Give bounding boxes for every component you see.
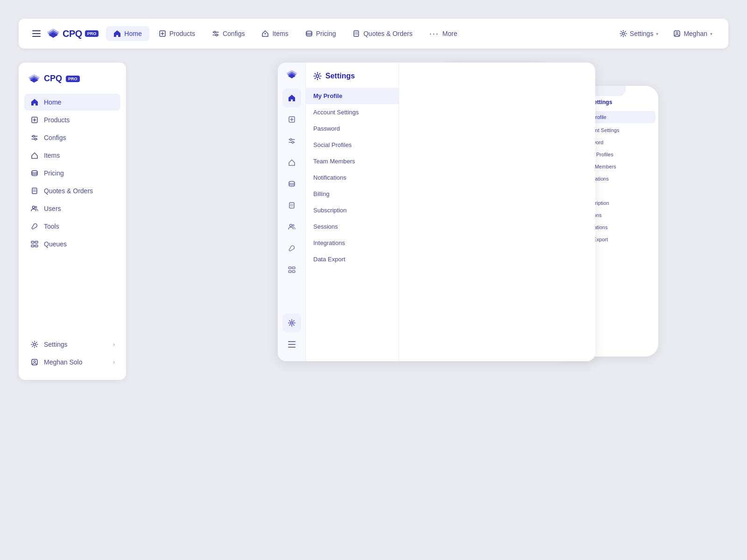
sidebar-item-queues-label: Queues	[44, 240, 67, 248]
sidebar-item-settings[interactable]: Settings ›	[24, 336, 120, 353]
svg-point-8	[265, 33, 266, 35]
tablet-settings-team[interactable]: Team Members	[306, 153, 399, 169]
sidebar-item-pricing[interactable]: Pricing	[24, 165, 120, 182]
top-nav: CPQ PRO Home Products Configs	[19, 19, 728, 49]
sidebar-item-meghan[interactable]: Meghan Solo ›	[24, 354, 120, 371]
sidebar-item-items[interactable]: Items	[24, 147, 120, 164]
tablet-icon-pricing[interactable]	[282, 175, 301, 193]
nav-item-products-label: Products	[169, 30, 195, 37]
tablet-settings-header: Settings	[306, 72, 399, 88]
tablet-icon-users[interactable]	[282, 217, 301, 236]
svg-rect-0	[32, 30, 41, 31]
nav-item-products[interactable]: Products	[151, 26, 203, 41]
tablet-settings-title: Settings	[325, 72, 355, 80]
svg-point-26	[35, 206, 37, 208]
tablet-icon-menu[interactable]	[282, 335, 301, 354]
tablet-logo-icon	[286, 70, 297, 81]
svg-point-20	[35, 138, 36, 140]
page-wrapper: CPQ PRO Home Products Configs	[0, 0, 747, 560]
svg-point-25	[33, 206, 35, 209]
svg-rect-1	[32, 33, 41, 34]
sidebar-item-configs[interactable]: Configs	[24, 129, 120, 146]
svg-rect-22	[32, 188, 37, 194]
tablet-icon-settings[interactable]	[282, 314, 301, 332]
sidebar-item-users[interactable]: Users	[24, 200, 120, 217]
nav-logo: CPQ PRO	[47, 28, 99, 39]
sidebar-item-tools[interactable]: Tools	[24, 218, 120, 235]
svg-rect-46	[292, 267, 295, 269]
logo-badge: PRO	[85, 30, 99, 37]
tablet-settings-my-profile[interactable]: My Profile	[306, 88, 399, 104]
mockups-area: Settings My Profile Account Settings Pas…	[126, 63, 728, 541]
sidebar-item-products-label: Products	[44, 116, 70, 124]
tablet-icon-quotes[interactable]	[282, 196, 301, 215]
tablet-settings-integrations[interactable]: Integrations	[306, 235, 399, 251]
svg-rect-28	[35, 241, 38, 243]
sidebar-item-quotes-label: Quotes & Orders	[44, 187, 93, 195]
nav-item-pricing[interactable]: Pricing	[298, 26, 344, 41]
svg-point-53	[316, 75, 319, 77]
nav-item-items[interactable]: Items	[254, 26, 296, 41]
svg-point-19	[33, 135, 35, 137]
nav-item-items-label: Items	[272, 30, 288, 37]
tablet-settings-notifications[interactable]: Notifications	[306, 169, 399, 186]
svg-rect-27	[31, 241, 34, 243]
nav-settings[interactable]: Settings ▾	[613, 26, 665, 41]
tablet-settings-billing[interactable]: Billing	[306, 186, 399, 202]
nav-user[interactable]: Meghan ▾	[667, 26, 719, 41]
svg-point-31	[34, 343, 36, 346]
tablet-icon-queues[interactable]	[282, 260, 301, 279]
tablet-icon-configs[interactable]	[282, 132, 301, 150]
tablet-icon-items[interactable]	[282, 153, 301, 172]
svg-point-49	[290, 322, 293, 324]
tablet-settings-password[interactable]: Password	[306, 120, 399, 137]
hamburger-button[interactable]	[28, 25, 45, 42]
sidebar-item-users-label: Users	[44, 205, 61, 212]
svg-point-38	[292, 141, 294, 143]
sidebar-item-pricing-label: Pricing	[44, 169, 64, 177]
svg-point-21	[32, 171, 37, 173]
svg-rect-50	[288, 341, 296, 342]
tablet-icon-tools[interactable]	[282, 239, 301, 258]
settings-chevron-icon: ›	[113, 341, 115, 348]
svg-point-44	[292, 224, 294, 226]
nav-user-label: Meghan	[684, 30, 707, 37]
sidebar-item-products[interactable]: Products	[24, 112, 120, 128]
svg-rect-51	[288, 344, 296, 345]
svg-rect-29	[31, 245, 34, 247]
desktop-sidebar: CPQ PRO Home Products	[19, 63, 126, 380]
svg-point-37	[290, 139, 292, 140]
tablet-settings-account[interactable]: Account Settings	[306, 104, 399, 120]
tablet-settings-social[interactable]: Social Profiles	[306, 137, 399, 153]
sidebar-logo-text: CPQ	[44, 74, 62, 84]
svg-point-33	[34, 361, 35, 363]
tablet-icon-products[interactable]	[282, 110, 301, 129]
nav-item-more[interactable]: ··· More	[422, 26, 465, 42]
sidebar-item-queues[interactable]: Queues	[24, 236, 120, 252]
nav-item-more-label: More	[443, 30, 458, 37]
sidebar-item-home-label: Home	[44, 98, 61, 106]
svg-point-43	[289, 224, 292, 227]
nav-item-configs[interactable]: Configs	[204, 26, 252, 41]
meghan-chevron-icon: ›	[113, 359, 115, 365]
tablet-settings-panel: Settings My Profile Account Settings Pas…	[306, 63, 399, 361]
svg-point-6	[214, 31, 216, 33]
tablet-settings-subscription[interactable]: Subscription	[306, 202, 399, 218]
svg-rect-48	[292, 271, 295, 273]
svg-point-39	[289, 182, 295, 184]
tablet-icon-sidebar	[278, 63, 306, 361]
nav-item-home[interactable]: Home	[106, 26, 149, 41]
nav-item-configs-label: Configs	[223, 30, 245, 37]
svg-rect-2	[32, 36, 41, 37]
sidebar-spacer	[24, 253, 120, 335]
tablet-icon-home[interactable]	[282, 89, 301, 107]
tablet-settings-sessions[interactable]: Sessions	[306, 218, 399, 235]
svg-rect-30	[35, 245, 38, 247]
svg-rect-40	[289, 203, 294, 208]
sidebar-item-home[interactable]: Home	[24, 94, 120, 111]
nav-item-quotes[interactable]: Quotes & Orders	[345, 26, 420, 41]
sidebar-item-quotes[interactable]: Quotes & Orders	[24, 182, 120, 199]
tablet-settings-data-export[interactable]: Data Export	[306, 251, 399, 267]
svg-rect-52	[288, 347, 296, 348]
svg-point-15	[676, 32, 678, 34]
